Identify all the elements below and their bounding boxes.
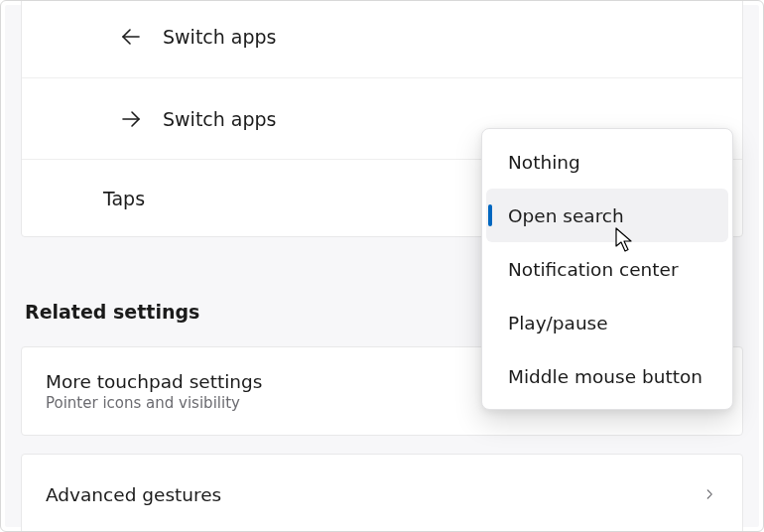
chevron-right-icon <box>700 485 718 503</box>
related-settings-header: Related settings <box>25 301 199 323</box>
menu-item-label: Open search <box>508 205 624 226</box>
advanced-gestures-card[interactable]: Advanced gestures <box>21 454 743 532</box>
card-title: More touchpad settings <box>46 371 262 392</box>
arrow-left-icon <box>117 25 145 49</box>
menu-item-open-search[interactable]: Open search <box>486 189 728 242</box>
taps-label: Taps <box>103 188 145 209</box>
card-title: Advanced gestures <box>46 484 221 505</box>
menu-item-label: Play/pause <box>508 313 608 333</box>
card-subtitle: Pointer icons and visibility <box>46 394 262 412</box>
menu-item-play-pause[interactable]: Play/pause <box>486 296 728 349</box>
menu-item-label: Middle mouse button <box>508 366 702 387</box>
gesture-row-label: Switch apps <box>163 26 277 48</box>
gesture-row-label: Switch apps <box>163 108 277 130</box>
menu-item-middle-mouse[interactable]: Middle mouse button <box>486 349 728 403</box>
menu-item-label: Nothing <box>508 152 580 173</box>
arrow-right-icon <box>117 107 145 131</box>
taps-dropdown-menu[interactable]: Nothing Open search Notification center … <box>481 128 733 410</box>
menu-item-notification-center[interactable]: Notification center <box>486 242 728 296</box>
gesture-row-left[interactable]: Switch apps <box>22 0 742 77</box>
menu-item-nothing[interactable]: Nothing <box>486 135 728 189</box>
menu-item-label: Notification center <box>508 259 679 280</box>
